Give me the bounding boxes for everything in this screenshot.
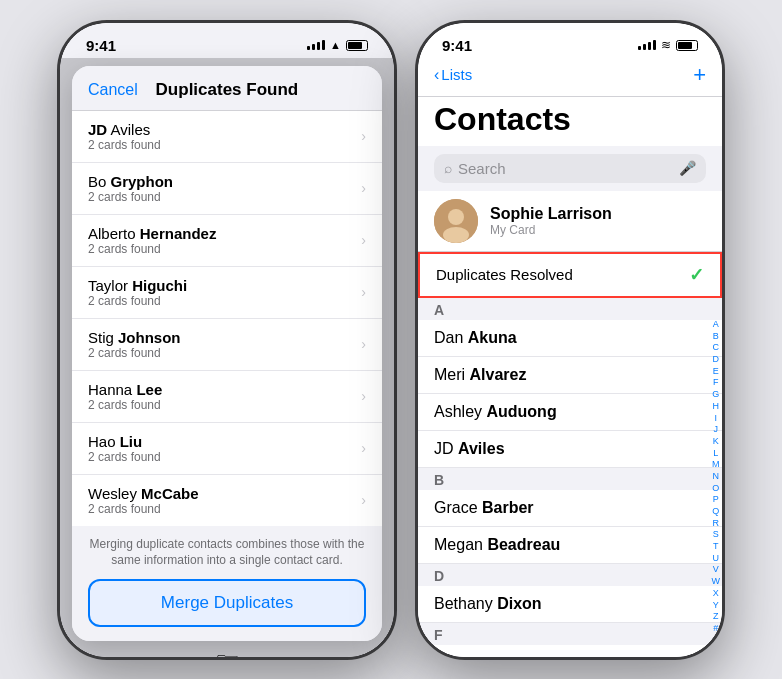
contact-item-alvarez[interactable]: Meri Alvarez xyxy=(418,357,722,394)
contacts-list: A Dan Akuna Meri Alvarez Ashley Auduong … xyxy=(418,298,722,657)
chevron-icon: › xyxy=(361,232,366,248)
section-header-b: B xyxy=(418,468,722,490)
cancel-button[interactable]: Cancel xyxy=(88,81,138,99)
left-screen: 9:41 ▲ xyxy=(60,23,394,657)
section-header-f: F xyxy=(418,623,722,645)
chevron-icon: › xyxy=(361,388,366,404)
wifi-icon-right: ≋ xyxy=(661,38,671,52)
duplicate-row-mccabe[interactable]: Wesley McCabe 2 cards found › xyxy=(72,475,382,526)
section-header-d: D xyxy=(418,564,722,586)
right-phone: 9:41 ≋ ‹ Lis xyxy=(415,20,725,660)
cards-count: 2 cards found xyxy=(88,138,161,152)
checkmark-icon: ✓ xyxy=(689,264,704,286)
chevron-icon: › xyxy=(361,180,366,196)
duplicate-row-aviles[interactable]: JD Aviles 2 cards found › xyxy=(72,111,382,163)
duplicate-row-higuchi[interactable]: Taylor Higuchi 2 cards found › xyxy=(72,267,382,319)
main-container: 9:41 ▲ xyxy=(57,20,725,660)
my-card-info: Sophie Larrison My Card xyxy=(490,205,612,237)
right-time: 9:41 xyxy=(442,37,472,54)
contact-item-aviles[interactable]: JD Aviles xyxy=(418,431,722,468)
modal-footer: Merging duplicate contacts combines thos… xyxy=(72,526,382,642)
contact-item-fang[interactable]: Fang xyxy=(418,645,722,657)
cursor-hand-icon: ☞ xyxy=(215,645,240,656)
signal-bars xyxy=(307,40,325,50)
search-icon: ⌕ xyxy=(444,160,452,176)
left-status-bar: 9:41 ▲ xyxy=(60,23,394,58)
back-to-lists-button[interactable]: ‹ Lists xyxy=(434,66,472,84)
duplicate-row-johnson[interactable]: Stig Johnson 2 cards found › xyxy=(72,319,382,371)
chevron-icon: › xyxy=(361,440,366,456)
merge-duplicates-button[interactable]: Merge Duplicates xyxy=(88,579,366,627)
chevron-icon: › xyxy=(361,492,366,508)
search-input[interactable]: Search xyxy=(458,160,673,177)
duplicate-row-liu[interactable]: Hao Liu 2 cards found › xyxy=(72,423,382,475)
alpha-index[interactable]: A B C D E F G H I J K L M N O P Q xyxy=(712,319,721,635)
chevron-icon: › xyxy=(361,336,366,352)
microphone-icon: 🎤 xyxy=(679,160,696,176)
right-screen: 9:41 ≋ ‹ Lis xyxy=(418,23,722,657)
contact-item-auduong[interactable]: Ashley Auduong xyxy=(418,394,722,431)
wifi-icon: ▲ xyxy=(330,39,341,51)
my-card-name: Sophie Larrison xyxy=(490,205,612,223)
duplicates-modal: Cancel Duplicates Found JD Aviles 2 card… xyxy=(72,66,382,642)
chevron-icon: › xyxy=(361,284,366,300)
duplicate-row-gryphon[interactable]: Bo Gryphon 2 cards found › xyxy=(72,163,382,215)
battery-icon xyxy=(346,40,368,51)
add-contact-button[interactable]: + xyxy=(693,62,706,88)
modal-header: Cancel Duplicates Found xyxy=(72,66,382,111)
chevron-left-icon: ‹ xyxy=(434,66,439,84)
my-card[interactable]: Sophie Larrison My Card xyxy=(418,191,722,252)
svg-point-1 xyxy=(448,209,464,225)
duplicate-row-lee[interactable]: Hanna Lee 2 cards found › xyxy=(72,371,382,423)
footer-description: Merging duplicate contacts combines thos… xyxy=(88,536,366,570)
contacts-title: Contacts xyxy=(434,101,706,138)
left-phone: 9:41 ▲ xyxy=(57,20,397,660)
my-card-label: My Card xyxy=(490,223,612,237)
left-time: 9:41 xyxy=(86,37,116,54)
svg-point-2 xyxy=(443,227,469,243)
contact-item-beadreau[interactable]: Megan Beadreau xyxy=(418,527,722,564)
search-bar[interactable]: ⌕ Search 🎤 xyxy=(434,154,706,183)
section-header-a: A xyxy=(418,298,722,320)
duplicates-resolved-row[interactable]: Duplicates Resolved ✓ xyxy=(418,252,722,298)
battery-right xyxy=(676,40,698,51)
right-status-bar: 9:41 ≋ xyxy=(418,23,722,58)
duplicate-row-hernandez[interactable]: Alberto Hernandez 2 cards found › xyxy=(72,215,382,267)
avatar xyxy=(434,199,478,243)
chevron-icon: › xyxy=(361,128,366,144)
contacts-header: Contacts xyxy=(418,97,722,146)
contact-item-barber[interactable]: Grace Barber xyxy=(418,490,722,527)
duplicates-list: JD Aviles 2 cards found › Bo Gryphon 2 c… xyxy=(72,111,382,526)
contact-item-dixon[interactable]: Bethany Dixon xyxy=(418,586,722,623)
modal-title: Duplicates Found xyxy=(156,80,299,100)
contact-item-akuna[interactable]: Dan Akuna xyxy=(418,320,722,357)
duplicates-resolved-text: Duplicates Resolved xyxy=(436,266,573,283)
signal-bars-right xyxy=(638,40,656,50)
nav-bar: ‹ Lists + xyxy=(418,58,722,97)
